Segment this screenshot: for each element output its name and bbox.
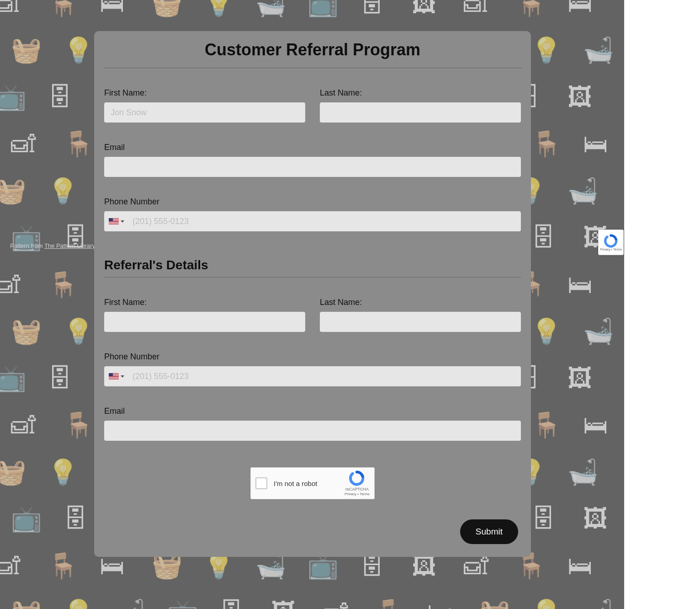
your-phone-input[interactable] <box>128 211 521 231</box>
recaptcha-logo-icon <box>349 470 365 486</box>
furniture-glyph: 💡 <box>203 0 234 16</box>
furniture-glyph: 🧺 <box>479 600 510 609</box>
referral-form-card: Customer Referral Program First Name: La… <box>94 31 531 557</box>
your-email-field: Email <box>104 143 521 177</box>
referral-email-label: Email <box>104 406 521 416</box>
furniture-glyph: 🛋 <box>0 553 20 578</box>
furniture-glyph: 🛏 <box>583 412 608 437</box>
your-email-input[interactable] <box>104 157 521 177</box>
your-phone-input-wrap <box>104 211 521 231</box>
furniture-glyph: 🖼 <box>567 366 592 390</box>
furniture-glyph: 🧺 <box>0 178 26 203</box>
furniture-glyph: 🛋 <box>464 0 488 16</box>
furniture-glyph: 💡 <box>531 600 562 609</box>
your-phone-country-selector[interactable] <box>104 211 128 231</box>
furniture-glyph: 💡 <box>63 600 94 609</box>
furniture-glyph: 🖼 <box>583 506 608 531</box>
furniture-glyph: 🛁 <box>583 600 614 609</box>
referral-phone-country-selector[interactable] <box>104 366 128 386</box>
recaptcha-logo-icon <box>604 234 618 248</box>
svg-marker-0 <box>352 473 355 476</box>
furniture-glyph: 🪑 <box>63 412 94 437</box>
referral-last-name-input[interactable] <box>320 312 521 332</box>
furniture-glyph: 🗄 <box>48 366 72 390</box>
furniture-glyph: 🗄 <box>63 506 88 531</box>
submit-row: Submit <box>104 519 521 544</box>
furniture-glyph: 🛁 <box>583 319 614 343</box>
submit-button[interactable]: Submit <box>460 519 518 544</box>
form-title: Customer Referral Program <box>103 38 522 68</box>
furniture-glyph: 🛁 <box>567 178 598 203</box>
recaptcha-widget: I'm not a robot reCAPTCHA Privacy • Term… <box>250 467 375 499</box>
furniture-glyph: 🖼 <box>567 85 592 109</box>
furniture-glyph: 🛁 <box>567 459 598 484</box>
your-last-name-input[interactable] <box>320 102 521 123</box>
page-right-gutter <box>624 0 700 609</box>
pattern-credit-link[interactable]: The Pattern Library <box>44 242 95 249</box>
furniture-glyph: 🖼 <box>271 600 296 609</box>
furniture-glyph: 💡 <box>63 319 94 343</box>
furniture-glyph: 📺 <box>11 506 42 531</box>
furniture-glyph: 🛏 <box>567 0 592 16</box>
referral-section-header: Referral's Details <box>104 258 521 278</box>
your-phone-field: Phone Number <box>104 197 521 231</box>
furniture-glyph: 🛋 <box>11 412 36 437</box>
furniture-glyph: 📺 <box>0 366 26 390</box>
furniture-glyph: 📺 <box>167 600 198 609</box>
pattern-credit-prefix: Pattern from <box>10 242 44 249</box>
furniture-glyph: 🪑 <box>515 0 546 16</box>
furniture-glyph: 🛋 <box>323 600 348 609</box>
furniture-glyph: 💡 <box>48 459 78 484</box>
furniture-glyph: 🛋 <box>0 0 20 16</box>
pattern-credit: Pattern from The Pattern Library <box>10 242 95 249</box>
chevron-down-icon <box>121 375 124 378</box>
furniture-glyph: 🛁 <box>255 0 286 16</box>
furniture-glyph: 🪑 <box>63 131 94 156</box>
furniture-glyph: 🧺 <box>0 459 26 484</box>
recaptcha-brand-col: reCAPTCHA Privacy • Terms <box>345 470 370 496</box>
furniture-glyph: 🛁 <box>583 37 614 62</box>
your-first-name-field: First Name: <box>104 88 305 123</box>
recaptcha-label: I'm not a robot <box>274 480 345 487</box>
referral-email-field: Email <box>104 406 521 441</box>
chevron-down-icon <box>121 220 124 223</box>
furniture-glyph: 🛏 <box>583 131 608 156</box>
furniture-glyph: 🗄 <box>48 85 72 109</box>
furniture-glyph: 🗄 <box>360 0 384 16</box>
referral-email-input[interactable] <box>104 421 521 441</box>
furniture-glyph: 🗄 <box>219 600 244 609</box>
us-flag-icon <box>109 218 119 224</box>
furniture-glyph: 🖼 <box>412 0 436 16</box>
recaptcha-badge[interactable]: Privacy • Terms <box>598 230 624 255</box>
furniture-glyph: 🪑 <box>531 412 562 437</box>
your-last-name-label: Last Name: <box>320 88 521 98</box>
your-first-name-input[interactable] <box>104 102 305 123</box>
your-email-label: Email <box>104 143 521 152</box>
furniture-glyph: 🗄 <box>531 225 556 250</box>
furniture-glyph: 💡 <box>63 37 94 62</box>
furniture-glyph: 🛏 <box>100 0 124 16</box>
your-details-section: First Name: Last Name: Email Phone Numbe… <box>103 88 522 544</box>
furniture-glyph: 🪑 <box>48 553 78 578</box>
furniture-glyph: 🧺 <box>11 319 42 343</box>
recaptcha-sublinks[interactable]: Privacy • Terms <box>345 492 370 497</box>
your-phone-label: Phone Number <box>104 197 521 207</box>
furniture-glyph: 💡 <box>531 37 562 62</box>
referral-first-name-label: First Name: <box>104 298 305 307</box>
referral-phone-field: Phone Number <box>104 352 521 386</box>
furniture-glyph: 🛋 <box>11 131 36 156</box>
us-flag-icon <box>109 373 119 379</box>
your-last-name-field: Last Name: <box>320 88 521 123</box>
furniture-glyph: 🪑 <box>531 131 562 156</box>
referral-phone-input-wrap <box>104 366 521 386</box>
furniture-glyph: 📺 <box>308 0 338 16</box>
referral-first-name-input[interactable] <box>104 312 305 332</box>
furniture-glyph: 💡 <box>48 178 78 203</box>
furniture-glyph: 🛏 <box>567 272 592 297</box>
referral-phone-input[interactable] <box>128 366 521 386</box>
referral-first-name-field: First Name: <box>104 298 305 332</box>
furniture-glyph: 🪑 <box>48 272 78 297</box>
furniture-glyph: 💡 <box>531 319 562 343</box>
recaptcha-checkbox[interactable] <box>255 477 267 489</box>
referral-last-name-field: Last Name: <box>320 298 521 332</box>
